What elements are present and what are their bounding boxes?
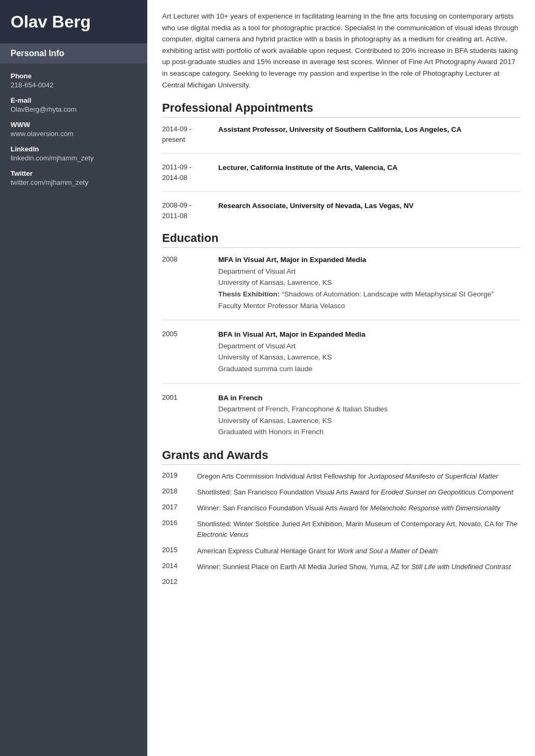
- grant-text: Winner: San Francisco Foundation Visual …: [197, 504, 370, 512]
- grant-content: Oregon Arts Commission Individual Artist…: [197, 471, 520, 482]
- grant-year: 2015: [162, 546, 189, 556]
- grant-entry: 2018 Shortlisted: San Francisco Foundati…: [162, 487, 520, 498]
- full-name: Olav Berg: [11, 12, 137, 32]
- appointment-entry: 2014-09 - present Assistant Professor, U…: [162, 124, 520, 145]
- grant-text: Oregon Arts Commission Individual Artist…: [197, 472, 368, 480]
- summary: Art Lecturer with 10+ years of experienc…: [162, 11, 520, 91]
- education-entry: 2001 BA in French Department of French, …: [162, 392, 520, 438]
- grant-text: Shortlisted: San Francisco Foundation Vi…: [197, 488, 381, 496]
- grants-list: 2019 Oregon Arts Commission Individual A…: [162, 471, 520, 586]
- education-line: Faculty Mentor Professor Maria Velasco: [218, 300, 520, 312]
- grant-entry: 2012: [162, 578, 520, 586]
- education-line: Department of Visual Art: [218, 266, 520, 277]
- education-content: MFA in Visual Art, Major in Expanded Med…: [218, 254, 520, 311]
- grant-year: 2016: [162, 519, 189, 540]
- grant-year: 2017: [162, 503, 189, 514]
- grant-text: Shortlisted: Winter Solstice Juried Art …: [197, 520, 505, 528]
- grant-text: Winner: Sunniest Place on Earth All Medi…: [197, 563, 411, 571]
- appointment-entry: 2011-09 - 2014-08 Lecturer, California I…: [162, 162, 520, 183]
- education-degree: BA in French: [218, 392, 520, 404]
- appointments-section: Professional Appointments 2014-09 - pres…: [162, 101, 520, 221]
- education-entry: 2008 MFA in Visual Art, Major in Expande…: [162, 254, 520, 311]
- education-entry: 2005 BFA in Visual Art, Major in Expande…: [162, 329, 520, 374]
- personal-info-title: Personal Info: [0, 43, 147, 64]
- grant-year: 2014: [162, 562, 189, 572]
- grant-content: Winner: San Francisco Foundation Visual …: [197, 503, 520, 514]
- education-line: Graduated with Honors in French: [218, 426, 520, 438]
- grant-italic: Eroded Sunset on Geopoliticus Component: [381, 488, 513, 496]
- education-section: Education 2008 MFA in Visual Art, Major …: [162, 231, 520, 438]
- field-label: E-mail: [11, 96, 137, 104]
- education-degree: MFA in Visual Art, Major in Expanded Med…: [218, 254, 520, 266]
- grant-text: American Express Cultural Heritage Grant…: [197, 547, 337, 555]
- grant-year: 2019: [162, 471, 189, 482]
- field-label: WWW: [11, 121, 137, 129]
- grant-entry: 2017 Winner: San Francisco Foundation Vi…: [162, 503, 520, 514]
- appointment-date: 2014-09 - present: [162, 124, 210, 145]
- sidebar-field-twitter: Twittertwitter.com/mjhamm_zety: [11, 169, 137, 186]
- appointments-list: 2014-09 - present Assistant Professor, U…: [162, 124, 520, 221]
- education-content: BFA in Visual Art, Major in Expanded Med…: [218, 329, 520, 374]
- field-value: www.olaversion.com: [11, 130, 137, 138]
- education-year: 2001: [162, 392, 210, 438]
- field-value: twitter.com/mjhamm_zety: [11, 178, 137, 186]
- sidebar-field-phone: Phone218-654-0042: [11, 72, 137, 89]
- field-label: Twitter: [11, 169, 137, 177]
- grant-entry: 2014 Winner: Sunniest Place on Earth All…: [162, 562, 520, 572]
- education-list: 2008 MFA in Visual Art, Major in Expande…: [162, 254, 520, 438]
- education-line: University of Kansas, Lawrence, KS: [218, 415, 520, 427]
- education-line: Thesis Exhibition: “Shadows of Automatio…: [218, 289, 520, 300]
- education-line: University of Kansas, Lawrence, KS: [218, 277, 520, 289]
- grant-italic: Work and Soul a Matter of Death: [337, 547, 438, 555]
- grant-italic: Melancholic Response with Dimensionality: [370, 504, 501, 512]
- education-line: University of Kansas, Lawrence, KS: [218, 352, 520, 363]
- appointment-title: Lecturer, California Institute of the Ar…: [218, 162, 520, 183]
- appointment-title: Assistant Professor, University of South…: [218, 124, 520, 145]
- appointment-title: Research Associate, University of Nevada…: [218, 200, 520, 221]
- education-degree: BFA in Visual Art, Major in Expanded Med…: [218, 329, 520, 340]
- grant-content: [197, 578, 520, 586]
- grant-entry: 2019 Oregon Arts Commission Individual A…: [162, 471, 520, 482]
- personal-info-content: Phone218-654-0042E-mailOlavBerg@rhyta.co…: [0, 66, 147, 200]
- education-line: Department of Visual Art: [218, 340, 520, 352]
- appointment-date: 2008-09 - 2011-08: [162, 200, 210, 221]
- education-year: 2005: [162, 329, 210, 374]
- education-year: 2008: [162, 254, 210, 311]
- grant-year: 2012: [162, 578, 189, 586]
- grant-year: 2018: [162, 487, 189, 498]
- education-line: Department of French, Francophone & Ital…: [218, 403, 520, 415]
- sidebar-field-www: WWWwww.olaversion.com: [11, 121, 137, 138]
- appointments-title: Professional Appointments: [162, 101, 520, 118]
- field-value: linkedin.com/mjhamm_zety: [11, 154, 137, 162]
- grant-entry: 2015 American Express Cultural Heritage …: [162, 546, 520, 556]
- grants-title: Grants and Awards: [162, 448, 520, 465]
- grant-content: Winner: Sunniest Place on Earth All Medi…: [197, 562, 520, 572]
- grant-content: Shortlisted: Winter Solstice Juried Art …: [197, 519, 520, 540]
- appointment-date: 2011-09 - 2014-08: [162, 162, 210, 183]
- field-label: LinkedIn: [11, 145, 137, 153]
- grant-entry: 2016 Shortlisted: Winter Solstice Juried…: [162, 519, 520, 540]
- appointment-entry: 2008-09 - 2011-08 Research Associate, Un…: [162, 200, 520, 221]
- grant-content: Shortlisted: San Francisco Foundation Vi…: [197, 487, 520, 498]
- name-header: Olav Berg: [0, 0, 147, 43]
- main-content: Art Lecturer with 10+ years of experienc…: [147, 0, 535, 756]
- grant-italic: Juxtaposed Manifesto of Superficial Matt…: [368, 472, 498, 480]
- field-value: OlavBerg@rhyta.com: [11, 105, 137, 113]
- education-title: Education: [162, 231, 520, 248]
- grant-italic: Still Life with Undefined Contrast: [411, 563, 511, 571]
- education-content: BA in French Department of French, Franc…: [218, 392, 520, 438]
- grants-section: Grants and Awards 2019 Oregon Arts Commi…: [162, 448, 520, 586]
- field-value: 218-654-0042: [11, 81, 137, 89]
- sidebar: Olav Berg Personal Info Phone218-654-004…: [0, 0, 147, 756]
- field-label: Phone: [11, 72, 137, 80]
- sidebar-field-e-mail: E-mailOlavBerg@rhyta.com: [11, 96, 137, 113]
- sidebar-field-linkedin: LinkedInlinkedin.com/mjhamm_zety: [11, 145, 137, 162]
- grant-content: American Express Cultural Heritage Grant…: [197, 546, 520, 556]
- education-line: Graduated summa cum laude: [218, 363, 520, 375]
